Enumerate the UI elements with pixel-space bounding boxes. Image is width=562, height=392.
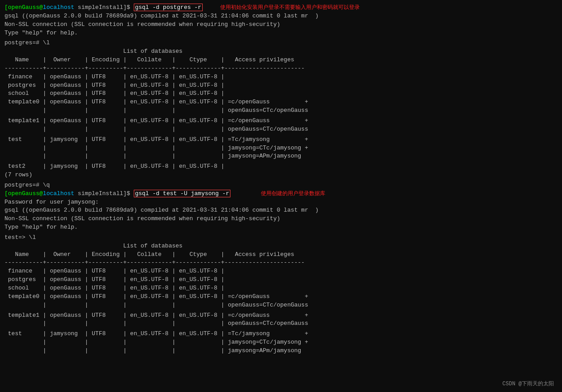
row-test-3: | | | | | jamysong=APm/jamysong [4, 152, 558, 161]
csdn-watermark: CSDN @下雨天的太阳 [502, 380, 554, 388]
user: [openGauss@ [4, 4, 43, 11]
row2-postgres: postgres | openGauss | UTF8 | en_US.UTF-… [4, 276, 558, 284]
row-test-2: | | | | | jamysong=CTc/jamysong + [4, 144, 558, 153]
line-5: postgres=# \l [4, 39, 558, 47]
row2-template0-2: | | | | | openGauss=CTc/openGauss [4, 301, 558, 310]
annotation2: 使用创建的用户登录数据库 [235, 191, 325, 197]
row-postgres1: postgres | openGauss | UTF8 | en_US.UTF-… [4, 81, 558, 90]
host: localhost [43, 4, 74, 11]
table-col1: Name | Owner | Encoding | Collate | Ctyp… [4, 56, 558, 64]
line-4: Type "help" for help. [4, 29, 558, 38]
line-nonssl2: Non-SSL connection (SSL connection is re… [4, 215, 558, 223]
line-quit: postgres=# \q [4, 181, 558, 190]
row-template1-2: | | | | | openGauss=CTc/openGauss [4, 125, 558, 134]
row-count1: (7 rows) [4, 171, 558, 179]
line-help2: Type "help" for help. [4, 223, 558, 232]
dir: simpleInstall]$ [74, 4, 130, 11]
row-template1-1: template1 | openGauss | UTF8 | en_US.UTF… [4, 117, 558, 125]
row2-test-1: test | jamysong | UTF8 | en_US.UTF-8 | e… [4, 330, 558, 338]
row2-template0-1: template0 | openGauss | UTF8 | en_US.UTF… [4, 293, 558, 301]
table-col2: Name | Owner | Encoding | Collate | Ctyp… [4, 251, 558, 259]
table-sep2: -----------+-----------+----------+-----… [4, 259, 558, 267]
row-school1: school | openGauss | UTF8 | en_US.UTF-8 … [4, 89, 558, 98]
row2-test-3: | | | | | jamysong=APm/jamysong [4, 347, 558, 355]
row2-template1-2: | | | | | openGauss=CTc/openGauss [4, 320, 558, 328]
line-testprompt: test=> \l [4, 234, 558, 242]
row-template0-2: | | | | | openGauss=CTc/openGauss [4, 107, 558, 115]
line-2: gsql ((openGauss 2.0.0 build 78689da9) c… [4, 12, 558, 21]
table-sep1: -----------+-----------+----------+-----… [4, 64, 558, 73]
line-password: Password for user jamysong: [4, 198, 558, 207]
line-gsql2: gsql ((openGauss 2.0.0 build 78689da9) c… [4, 206, 558, 215]
host2: localhost [43, 190, 74, 197]
row-test2-1: test2 | jamysong | UTF8 | en_US.UTF-8 | … [4, 162, 558, 171]
row-finance1: finance | openGauss | UTF8 | en_US.UTF-8… [4, 73, 558, 81]
cmd1: gsql -d postgres -r [134, 4, 203, 11]
user2: [openGauss@ [4, 190, 43, 197]
row-template0-1: template0 | openGauss | UTF8 | en_US.UTF… [4, 98, 558, 107]
table-header2: List of databases [4, 242, 558, 251]
dir2: simpleInstall]$ [74, 190, 130, 197]
row2-school: school | openGauss | UTF8 | en_US.UTF-8 … [4, 284, 558, 293]
annotation1: 使用初始化安装用户登录不需要输入用户和密码就可以登录 [207, 4, 360, 11]
line-cmd2: [openGauss@localhost simpleInstall]$ gsq… [4, 190, 558, 198]
row-test-1: test | jamysong | UTF8 | en_US.UTF-8 | e… [4, 136, 558, 144]
row2-test-2: | | | | | jamysong=CTc/jamysong + [4, 338, 558, 347]
cmd2: gsql -d test -U jamysong -r [134, 190, 231, 197]
line-3: Non-SSL connection (SSL connection is re… [4, 21, 558, 29]
row2-finance: finance | openGauss | UTF8 | en_US.UTF-8… [4, 267, 558, 276]
row2-template1-1: template1 | openGauss | UTF8 | en_US.UTF… [4, 311, 558, 320]
line-1: [openGauss@localhost simpleInstall]$ gsq… [4, 4, 558, 12]
table-header1: List of databases [4, 47, 558, 56]
terminal-window: [openGauss@localhost simpleInstall]$ gsq… [0, 0, 562, 392]
